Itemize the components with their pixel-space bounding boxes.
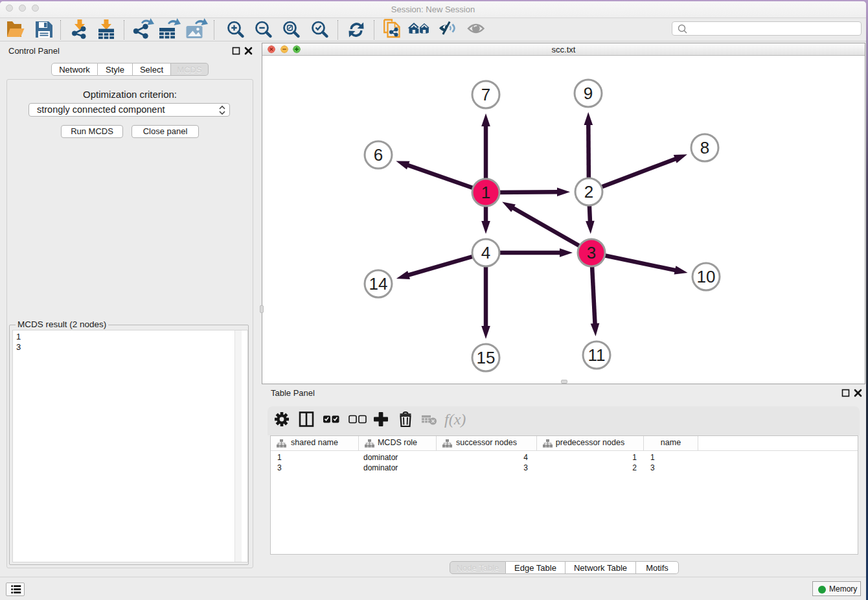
svg-text:1: 1 bbox=[481, 183, 490, 202]
svg-text:11: 11 bbox=[588, 345, 606, 365]
svg-text:9: 9 bbox=[584, 84, 593, 103]
svg-text:4: 4 bbox=[481, 243, 490, 262]
svg-text:3: 3 bbox=[587, 243, 596, 262]
svg-text:f(x): f(x) bbox=[444, 411, 466, 428]
svg-text:8: 8 bbox=[700, 138, 709, 157]
svg-text:15: 15 bbox=[477, 348, 496, 367]
svg-text:2: 2 bbox=[584, 182, 593, 202]
svg-text:10: 10 bbox=[697, 267, 716, 286]
svg-text:7: 7 bbox=[481, 85, 490, 104]
svg-text:14: 14 bbox=[369, 274, 388, 294]
svg-text:6: 6 bbox=[374, 145, 383, 165]
